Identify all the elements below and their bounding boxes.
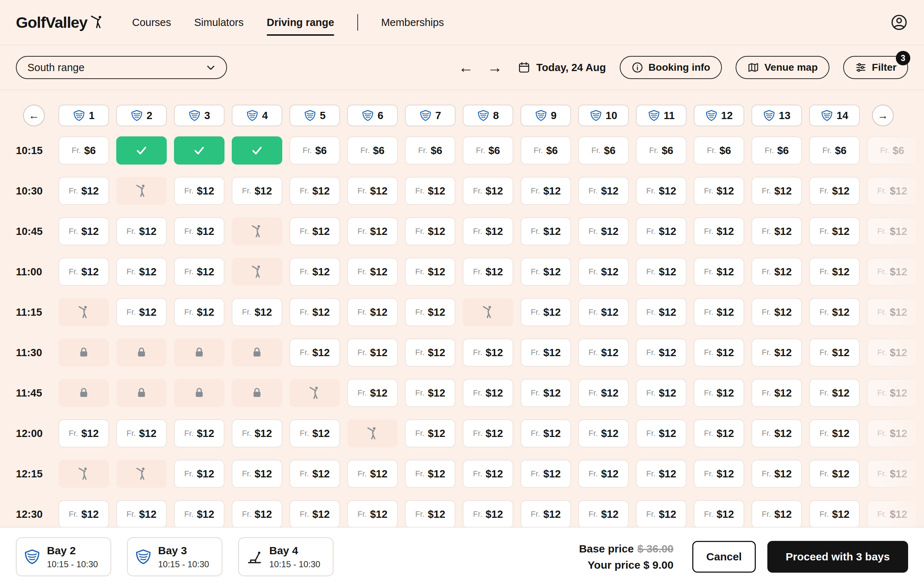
slot-available[interactable]: Fr.$6 xyxy=(463,137,513,165)
slot-available[interactable]: Fr.$6 xyxy=(636,137,686,165)
slot-available[interactable]: Fr.$12 xyxy=(751,298,802,326)
slot-available[interactable]: Fr.$12 xyxy=(751,258,802,286)
slot-available[interactable]: Fr.$12 xyxy=(116,500,167,528)
slot-available[interactable]: Fr.$12 xyxy=(174,460,224,488)
proceed-button[interactable]: Proceed with 3 bays xyxy=(767,541,908,573)
slot-available[interactable]: Fr.$12 xyxy=(405,258,455,286)
slot-available[interactable]: Fr.$12 xyxy=(289,298,340,326)
filter-button[interactable]: Filter 3 xyxy=(843,56,908,79)
slot-available[interactable]: Fr.$12 xyxy=(809,298,860,326)
slot-available[interactable]: Fr.$12 xyxy=(347,500,398,528)
slot-selected[interactable] xyxy=(116,137,167,165)
date-group[interactable]: Today, 24 Aug xyxy=(518,61,606,74)
slot-available[interactable]: Fr.$12 xyxy=(347,298,398,326)
slot-available[interactable]: Fr.$12 xyxy=(578,339,629,367)
venue-map-button[interactable]: Venue map xyxy=(736,56,830,79)
slot-available[interactable]: Fr.$12 xyxy=(751,177,802,205)
slot-available[interactable]: Fr.$12 xyxy=(232,298,282,326)
slot-available[interactable]: Fr.$12 xyxy=(636,500,686,528)
slot-available[interactable]: Fr.$6 xyxy=(58,137,109,165)
slot-available[interactable]: Fr.$12 xyxy=(636,177,686,205)
slot-available[interactable]: Fr.$12 xyxy=(694,177,744,205)
slot-available[interactable]: Fr.$12 xyxy=(578,177,629,205)
slot-available[interactable]: Fr.$12 xyxy=(174,217,224,245)
slot-selected[interactable] xyxy=(174,137,224,165)
slot-available[interactable]: Fr.$12 xyxy=(751,419,802,448)
slot-available[interactable]: Fr.$12 xyxy=(58,419,109,448)
slot-available[interactable]: Fr.$12 xyxy=(174,258,224,286)
slot-available[interactable]: Fr.$12 xyxy=(809,177,860,205)
slot-available[interactable]: Fr.$12 xyxy=(232,500,282,528)
slot-available[interactable]: Fr.$12 xyxy=(116,419,167,448)
slot-available[interactable]: Fr.$12 xyxy=(520,177,571,205)
slot-available[interactable]: Fr.$12 xyxy=(578,217,629,245)
slot-available[interactable]: Fr.$12 xyxy=(809,379,860,407)
slot-available[interactable]: Fr.$12 xyxy=(520,379,571,407)
previous-day-button[interactable]: ← xyxy=(457,60,475,75)
slot-available[interactable]: Fr.$12 xyxy=(116,217,167,245)
nav-item-simulators[interactable]: Simulators xyxy=(194,15,244,31)
slot-available[interactable]: Fr.$12 xyxy=(174,298,224,326)
slot-available[interactable]: Fr.$12 xyxy=(809,419,860,448)
slot-available[interactable]: Fr.$12 xyxy=(694,217,744,245)
slot-available[interactable]: Fr.$12 xyxy=(174,177,224,205)
slot-available[interactable]: Fr.$12 xyxy=(578,298,629,326)
slot-available[interactable]: Fr.$12 xyxy=(58,217,109,245)
slot-available[interactable]: Fr.$6 xyxy=(289,137,340,165)
slot-available[interactable]: Fr.$12 xyxy=(694,460,744,488)
nav-item-memberships[interactable]: Memberships xyxy=(381,15,444,31)
slot-available[interactable]: Fr.$12 xyxy=(694,379,744,407)
slot-available[interactable]: Fr.$12 xyxy=(232,419,282,448)
slot-available[interactable]: Fr.$12 xyxy=(116,258,167,286)
slot-available[interactable]: Fr.$12 xyxy=(347,177,398,205)
slot-available[interactable]: Fr.$12 xyxy=(58,258,109,286)
slot-available[interactable]: Fr.$12 xyxy=(347,339,398,367)
slot-available[interactable]: Fr.$12 xyxy=(289,339,340,367)
slot-available[interactable]: Fr.$12 xyxy=(58,177,109,205)
slot-available[interactable]: Fr.$12 xyxy=(636,217,686,245)
cancel-button[interactable]: Cancel xyxy=(692,541,756,573)
slot-available[interactable]: Fr.$12 xyxy=(116,298,167,326)
slot-available[interactable]: Fr.$12 xyxy=(694,500,744,528)
slot-available[interactable]: Fr.$12 xyxy=(751,217,802,245)
slot-available[interactable]: Fr.$6 xyxy=(809,137,860,165)
slot-available[interactable]: Fr.$12 xyxy=(751,500,802,528)
slot-available[interactable]: Fr.$12 xyxy=(694,298,744,326)
slot-available[interactable]: Fr.$12 xyxy=(463,460,513,488)
slot-available[interactable]: Fr.$12 xyxy=(636,379,686,407)
next-bays-button[interactable]: → xyxy=(872,105,894,126)
slot-available[interactable]: Fr.$12 xyxy=(751,339,802,367)
slot-available[interactable]: Fr.$12 xyxy=(58,500,109,528)
slot-available[interactable]: Fr.$12 xyxy=(405,419,455,448)
slot-available[interactable]: Fr.$12 xyxy=(405,339,455,367)
slot-available[interactable]: Fr.$12 xyxy=(232,177,282,205)
slot-available[interactable]: Fr.$12 xyxy=(289,258,340,286)
slot-available[interactable]: Fr.$12 xyxy=(809,460,860,488)
slot-available[interactable]: Fr.$12 xyxy=(694,419,744,448)
slot-available[interactable]: Fr.$12 xyxy=(636,460,686,488)
next-day-button[interactable]: → xyxy=(486,60,504,75)
slot-available[interactable]: Fr.$12 xyxy=(347,460,398,488)
slot-available[interactable]: Fr.$12 xyxy=(809,258,860,286)
slot-available[interactable]: Fr.$12 xyxy=(174,419,224,448)
slot-available[interactable]: Fr.$6 xyxy=(578,137,629,165)
slot-available[interactable]: Fr.$12 xyxy=(520,258,571,286)
slot-available[interactable]: Fr.$12 xyxy=(289,217,340,245)
slot-available[interactable]: Fr.$12 xyxy=(578,500,629,528)
slot-available[interactable]: Fr.$12 xyxy=(405,298,455,326)
previous-bays-button[interactable]: ← xyxy=(23,105,45,126)
slot-available[interactable]: Fr.$12 xyxy=(289,460,340,488)
slot-available[interactable]: Fr.$12 xyxy=(405,460,455,488)
slot-available[interactable]: Fr.$12 xyxy=(463,500,513,528)
slot-available[interactable]: Fr.$12 xyxy=(463,217,513,245)
slot-available[interactable]: Fr.$12 xyxy=(809,339,860,367)
slot-available[interactable]: Fr.$12 xyxy=(520,500,571,528)
range-select[interactable]: South range xyxy=(16,56,227,79)
slot-available[interactable]: Fr.$12 xyxy=(463,339,513,367)
slot-available[interactable]: Fr.$12 xyxy=(694,339,744,367)
slot-available[interactable]: Fr.$12 xyxy=(520,460,571,488)
account-button[interactable] xyxy=(890,13,908,31)
slot-available[interactable]: Fr.$12 xyxy=(578,419,629,448)
slot-available[interactable]: Fr.$12 xyxy=(463,177,513,205)
slot-available[interactable]: Fr.$12 xyxy=(289,177,340,205)
